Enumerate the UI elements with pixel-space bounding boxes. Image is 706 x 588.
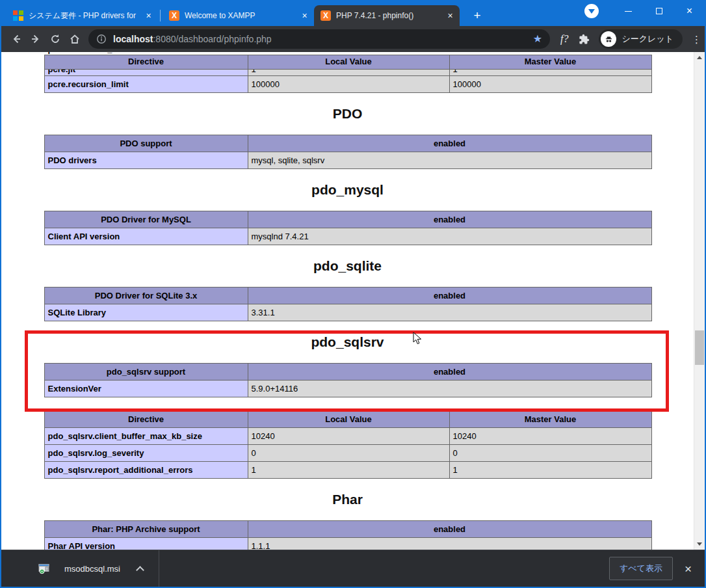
table-header-cell: Master Value bbox=[449, 55, 651, 70]
title-bar: システム要件 - PHP drivers for SQL × X Welcome… bbox=[1, 0, 705, 26]
section-title-phar: Phar bbox=[44, 492, 651, 507]
phar-table: Phar: PHP Archive support enabled Phar A… bbox=[44, 520, 652, 550]
pdo-sqlsrv-table: pdo_sqlsrv support enabled ExtensionVer … bbox=[44, 363, 652, 397]
extension-f-icon[interactable]: f? bbox=[560, 33, 568, 45]
table-value-cell: 3.31.1 bbox=[248, 304, 651, 321]
table-value-cell: 100000 bbox=[248, 76, 449, 93]
new-tab-button[interactable]: + bbox=[469, 7, 486, 24]
tab-phpinfo-active[interactable]: X PHP 7.4.21 - phpinfo() × bbox=[314, 5, 460, 26]
scrollbar-up-button[interactable] bbox=[694, 52, 705, 63]
table-value-cell: 5.9.0+14116 bbox=[248, 381, 651, 397]
mouse-cursor bbox=[413, 332, 422, 345]
table-row: pdo_sqlsrv.report_additional_errors 1 1 bbox=[44, 462, 651, 479]
tab-welcome-xampp[interactable]: X Welcome to XAMPP × bbox=[163, 5, 314, 26]
download-file-name[interactable]: msodbcsql.msi bbox=[64, 564, 120, 574]
site-info-icon[interactable] bbox=[96, 34, 107, 44]
table-header-cell: pdo_sqlsrv support bbox=[44, 364, 248, 381]
tab-system-requirements[interactable]: システム要件 - PHP drivers for SQL × bbox=[7, 5, 158, 26]
tab-separator bbox=[160, 10, 161, 21]
table-row: SQLite Library 3.31.1 bbox=[44, 304, 651, 321]
tab-title: PHP 7.4.21 - phpinfo() bbox=[336, 11, 439, 20]
pcre-directive-table: Directive Local Value Master Value pcre.… bbox=[44, 55, 652, 93]
table-key-cell: SQLite Library bbox=[44, 304, 248, 321]
close-window-button[interactable]: × bbox=[674, 0, 705, 22]
pdo-mysql-table: PDO Driver for MySQL enabled Client API … bbox=[44, 211, 652, 245]
table-header-cell: PDO Driver for MySQL bbox=[44, 211, 248, 228]
section-title-pdo-sqlsrv: pdo_sqlsrv bbox=[44, 335, 651, 349]
section-title-pdo: PDO bbox=[44, 107, 651, 121]
browser-toolbar: localhost:8080/dashboard/phpinfo.php ★ f… bbox=[1, 26, 705, 52]
pdo-sqlite-table: PDO Driver for SQLite 3.x enabled SQLite… bbox=[44, 287, 652, 321]
incognito-icon bbox=[601, 31, 616, 47]
table-header-cell: Phar: PHP Archive support bbox=[44, 521, 248, 538]
tab-close-icon[interactable]: × bbox=[299, 10, 310, 21]
table-key-cell: Client API version bbox=[44, 228, 248, 245]
table-header-cell: enabled bbox=[248, 287, 651, 304]
table-value-cell: mysql, sqlite, sqlsrv bbox=[248, 152, 651, 169]
table-header-cell: Master Value bbox=[449, 411, 651, 428]
table-value-cell: 0 bbox=[248, 445, 449, 462]
tab-close-icon[interactable]: × bbox=[445, 10, 456, 21]
incognito-badge[interactable]: シークレット bbox=[599, 29, 683, 49]
xampp-logo-icon: X bbox=[169, 10, 179, 21]
section-title-pdo-mysql: pdo_mysql bbox=[44, 183, 651, 197]
window-controls: × bbox=[584, 0, 705, 22]
download-bar-divider bbox=[159, 550, 159, 587]
table-row: Phar API version 1.1.1 bbox=[44, 538, 651, 550]
scrollbar[interactable] bbox=[694, 52, 705, 550]
forward-button[interactable] bbox=[26, 29, 46, 49]
bookmark-star-icon[interactable]: ★ bbox=[533, 34, 542, 44]
minimize-button[interactable] bbox=[613, 0, 644, 22]
maximize-button[interactable] bbox=[644, 0, 674, 22]
table-row: PDO drivers mysql, sqlite, sqlsrv bbox=[44, 152, 651, 169]
table-header-cell: enabled bbox=[248, 364, 651, 381]
table-row: pcre.recursion_limit 100000 100000 bbox=[44, 76, 651, 93]
tab-close-icon[interactable]: × bbox=[143, 10, 154, 21]
extensions-puzzle-icon[interactable] bbox=[579, 34, 590, 45]
pdo-table: PDO support enabled PDO drivers mysql, s… bbox=[44, 135, 652, 169]
reload-button[interactable] bbox=[46, 29, 65, 49]
address-bar[interactable]: localhost:8080/dashboard/phpinfo.php ★ bbox=[88, 29, 550, 49]
table-row: pdo_sqlsrv.log_severity 0 0 bbox=[44, 445, 651, 462]
table-value-cell: 10240 bbox=[248, 428, 449, 445]
table-row: ExtensionVer 5.9.0+14116 bbox=[44, 381, 651, 397]
scrollbar-thumb[interactable] bbox=[695, 330, 704, 365]
table-value-cell: 0 bbox=[449, 445, 651, 462]
scrollbar-down-button[interactable] bbox=[694, 539, 705, 550]
menu-dots-icon[interactable]: ⋮ bbox=[692, 38, 696, 41]
table-key-cell: pcre.recursion_limit bbox=[44, 76, 248, 93]
table-header-cell: Local Value bbox=[248, 411, 449, 428]
pdo-sqlsrv-directive-table: Directive Local Value Master Value pdo_s… bbox=[44, 410, 652, 479]
download-bar: msodbcsql.msi すべて表示 × bbox=[1, 550, 705, 587]
incognito-label: シークレット bbox=[621, 33, 673, 45]
table-row: Client API version mysqlnd 7.4.21 bbox=[44, 228, 651, 245]
phpinfo-page: pcre.backtrack_limit Directive Local Val… bbox=[1, 52, 694, 550]
close-download-bar-icon[interactable]: × bbox=[685, 563, 692, 575]
table-header-cell: Directive bbox=[44, 55, 248, 70]
table-value-cell: 1.1.1 bbox=[248, 538, 651, 550]
microsoft-logo-icon bbox=[13, 10, 23, 21]
table-value-cell: 1 bbox=[449, 462, 651, 479]
xampp-logo-icon: X bbox=[320, 10, 331, 21]
download-chevron-up-icon[interactable] bbox=[136, 566, 144, 574]
table-value-cell: 1 bbox=[248, 462, 449, 479]
table-header-cell: enabled bbox=[248, 521, 651, 538]
back-button[interactable] bbox=[7, 29, 26, 49]
table-header-cell: enabled bbox=[248, 135, 651, 152]
url-text[interactable]: localhost:8080/dashboard/phpinfo.php bbox=[113, 34, 272, 44]
table-key-cell: pdo_sqlsrv.report_additional_errors bbox=[44, 462, 248, 479]
tab-strip: システム要件 - PHP drivers for SQL × X Welcome… bbox=[7, 5, 486, 26]
home-button[interactable] bbox=[65, 29, 85, 49]
table-value-cell: 10240 bbox=[449, 428, 651, 445]
url-path: :8080/dashboard/phpinfo.php bbox=[153, 34, 271, 44]
tab-title: Welcome to XAMPP bbox=[185, 11, 294, 20]
table-header-cell: Directive bbox=[44, 411, 248, 428]
download-progress-indicator[interactable] bbox=[584, 4, 599, 18]
table-value-cell: 100000 bbox=[449, 76, 651, 93]
show-all-downloads-button[interactable]: すべて表示 bbox=[609, 557, 673, 580]
msi-file-icon bbox=[38, 563, 50, 574]
table-key-cell: PDO drivers bbox=[44, 152, 248, 169]
table-header-cell: PDO support bbox=[44, 135, 248, 152]
table-row: pdo_sqlsrv.client_buffer_max_kb_size 102… bbox=[44, 428, 651, 445]
tab-title: システム要件 - PHP drivers for SQL bbox=[29, 10, 138, 21]
